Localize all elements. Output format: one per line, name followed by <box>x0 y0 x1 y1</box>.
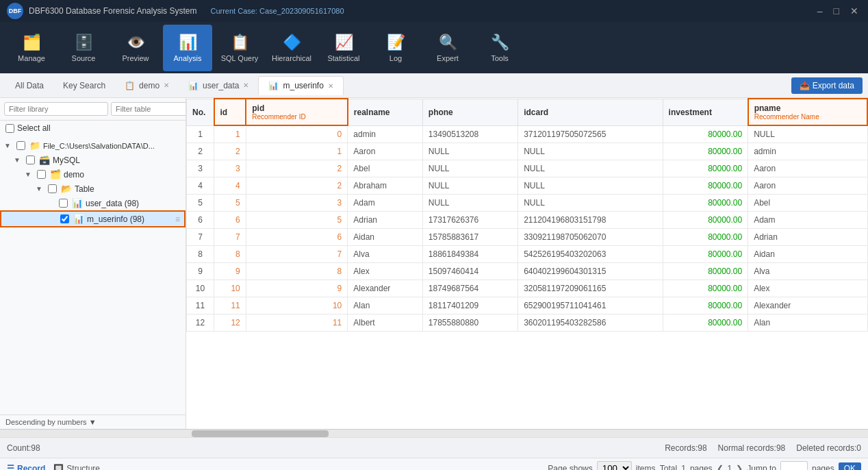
tree-checkbox-mysql[interactable] <box>26 156 35 164</box>
cell-realname: Alan <box>348 297 423 314</box>
tab-m-userinfo[interactable]: 📊 m_userinfo ✕ <box>258 76 343 95</box>
tree-checkbox-demo[interactable] <box>37 170 46 179</box>
cell-idcard: 211204196803151798 <box>518 212 663 229</box>
analysis-icon: 📊 <box>179 34 197 51</box>
file-icon: 📁 <box>29 140 40 151</box>
col-pname-sub: Recommender Name <box>754 113 861 121</box>
toolbar-expert[interactable]: 🔍 Expert <box>423 25 472 71</box>
tree-item-user-data[interactable]: ▶ 📊 user_data (98) <box>0 196 186 210</box>
cell-phone: 18117401209 <box>422 297 518 314</box>
record-tab[interactable]: ☰ Record <box>7 464 45 471</box>
prev-page-button[interactable]: ❮ <box>717 464 724 471</box>
close-button[interactable]: ✕ <box>847 5 861 16</box>
toolbar-hierarchical[interactable]: 🔷 Hierarchical <box>267 25 316 71</box>
tree-checkbox-file[interactable] <box>16 141 25 150</box>
toolbar-manage[interactable]: 🗂️ Manage <box>7 25 56 71</box>
sqlquery-icon: 📋 <box>231 34 249 51</box>
sort-label[interactable]: Descending by numbers ▼ <box>0 415 186 429</box>
m-userinfo-tab-icon: 📊 <box>268 81 279 90</box>
table-row: 12 12 11 Albert 17855880880 360201195403… <box>187 314 868 332</box>
app-title: DBF6300 Database Forensic Analysis Syste… <box>29 6 196 16</box>
record-tab-label: Record <box>17 464 45 471</box>
filter-library-input[interactable] <box>4 102 108 116</box>
toolbar-statistical[interactable]: 📈 Statistical <box>319 25 368 71</box>
cell-pid: 2 <box>246 160 348 177</box>
pages-label2: pages <box>812 464 834 471</box>
cell-investment: 80000.00 <box>663 125 748 143</box>
select-all-checkbox[interactable] <box>5 124 14 133</box>
sidebar: Select all ▼ 📁 File_C:\Users\SalvationDA… <box>0 98 186 429</box>
db-icon: 🗃️ <box>39 155 50 165</box>
tab-user-data-close[interactable]: ✕ <box>243 82 248 89</box>
toolbar-statistical-label: Statistical <box>327 54 359 62</box>
cell-phone: 18749687564 <box>422 280 518 297</box>
records-label: Records:98 <box>665 443 706 453</box>
tree-label-m-userinfo: m_userinfo (98) <box>87 214 144 224</box>
select-all-row[interactable]: Select all <box>0 121 186 136</box>
tab-m-userinfo-close[interactable]: ✕ <box>328 82 333 90</box>
tree-item-mysql[interactable]: ▼ 🗃️ MySQL <box>0 153 186 167</box>
page-size-select[interactable]: 100 200 500 <box>597 461 632 470</box>
cell-pname: Adam <box>748 212 867 229</box>
cell-pname: Adrian <box>748 229 867 246</box>
col-header-realname: realname <box>348 99 423 125</box>
expert-icon: 🔍 <box>439 34 457 51</box>
toolbar-preview[interactable]: 👁️ Preview <box>111 25 160 71</box>
tree-item-demo-schema[interactable]: ▼ 🗂️ demo <box>0 167 186 182</box>
user-data-tab-icon: 📊 <box>188 81 199 90</box>
pages-label: pages <box>690 464 713 471</box>
source-icon: 🗄️ <box>75 34 93 51</box>
maximize-button[interactable]: □ <box>831 5 842 16</box>
cell-no: 5 <box>187 195 214 212</box>
tree-item-file-root[interactable]: ▼ 📁 File_C:\Users\SalvationDATA\D... <box>0 138 186 153</box>
cell-pname: admin <box>748 143 867 160</box>
tree-label-table-group: Table <box>75 184 94 194</box>
expand-arrow: ▼ <box>14 156 22 164</box>
toolbar-log[interactable]: 📝 Log <box>371 25 420 71</box>
tab-key-search[interactable]: Key Search <box>53 76 115 95</box>
cell-realname: Abraham <box>348 177 423 195</box>
toolbar: 🗂️ Manage 🗄️ Source 👁️ Preview 📊 Analysi… <box>0 22 868 73</box>
minimize-button[interactable]: – <box>815 5 826 16</box>
log-icon: 📝 <box>387 34 405 51</box>
col-header-pid: pid Recommender ID <box>246 99 348 125</box>
toolbar-source[interactable]: 🗄️ Source <box>59 25 108 71</box>
cell-realname: Alexander <box>348 280 423 297</box>
schema-icon: 🗂️ <box>50 169 61 180</box>
tree-label-user-data: user_data (98) <box>86 199 139 208</box>
tab-user-data[interactable]: 📊 user_data ✕ <box>179 76 258 95</box>
cell-pname: Abel <box>748 195 867 212</box>
cell-phone: 17317626376 <box>422 212 518 229</box>
export-button[interactable]: 📤 Export data <box>791 77 863 94</box>
toolbar-tools[interactable]: 🔧 Tools <box>475 25 524 71</box>
ok-button[interactable]: OK <box>839 462 861 471</box>
titlebar-left: DBF DBF6300 Database Forensic Analysis S… <box>7 3 344 19</box>
cell-idcard: 640402199604301315 <box>518 263 663 280</box>
page-shows-label: Page shows <box>548 464 592 471</box>
toolbar-sqlquery[interactable]: 📋 SQL Query <box>215 25 264 71</box>
sort-label-text: Descending by numbers ▼ <box>5 418 97 426</box>
tree-checkbox-m-userinfo[interactable] <box>60 214 69 223</box>
next-page-button[interactable]: ❯ <box>736 464 743 471</box>
tab-demo-close[interactable]: ✕ <box>164 82 169 89</box>
tree-checkbox-user-data[interactable] <box>59 199 68 208</box>
cell-pid: 11 <box>246 314 348 332</box>
toolbar-analysis[interactable]: 📊 Analysis <box>163 25 212 71</box>
tab-demo[interactable]: 📋 demo ✕ <box>115 76 179 95</box>
cell-phone: NULL <box>422 195 518 212</box>
horizontal-scrollbar[interactable] <box>0 429 868 437</box>
cell-phone: 15097460414 <box>422 263 518 280</box>
tab-all-data[interactable]: All Data <box>5 76 53 95</box>
filter-table-input[interactable] <box>111 102 186 116</box>
structure-tab[interactable]: 🔲 Structure <box>53 464 100 471</box>
tree-item-table-group[interactable]: ▼ 📂 Table <box>0 182 186 196</box>
tab-m-userinfo-label: m_userinfo <box>283 81 323 90</box>
cell-no: 11 <box>187 297 214 314</box>
cell-id: 4 <box>214 177 246 195</box>
data-table-wrapper[interactable]: No. id pid Recommender ID realname <box>186 98 868 429</box>
tree-item-m-userinfo[interactable]: ▶ 📊 m_userinfo (98) ≡ <box>0 210 186 227</box>
cell-idcard: 360201195403282586 <box>518 314 663 332</box>
jump-to-input[interactable] <box>780 461 808 470</box>
col-pid-sub: Recommender ID <box>252 113 342 121</box>
tree-checkbox-table[interactable] <box>48 184 57 193</box>
